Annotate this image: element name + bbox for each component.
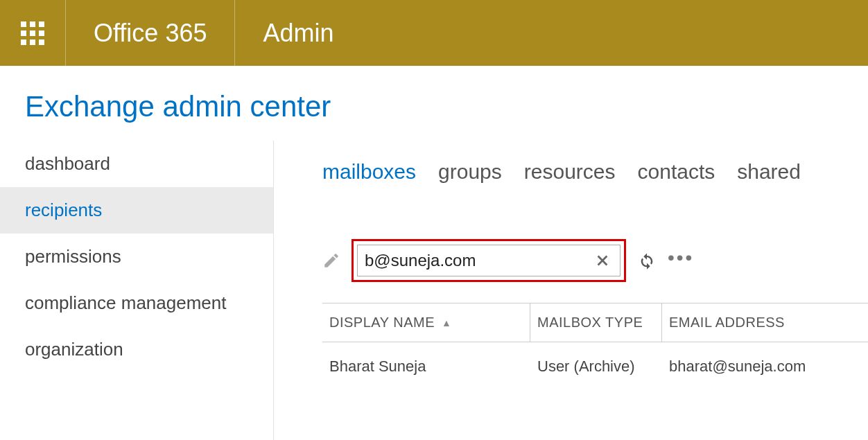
sidebar-item-permissions[interactable]: permissions [0,234,273,280]
table-header: DISPLAY NAME ▲ MAILBOX TYPE EMAIL ADDRES… [322,303,868,342]
sidebar-item-recipients[interactable]: recipients [0,187,273,234]
sidebar: dashboard recipients permissions complia… [0,141,274,440]
clear-search-icon[interactable] [592,253,613,268]
column-mailbox-type[interactable]: MAILBOX TYPE [530,303,662,342]
column-email-address[interactable]: EMAIL ADDRESS [662,303,868,342]
more-icon[interactable]: ••• [668,247,694,274]
tab-contacts[interactable]: contacts [638,160,715,184]
column-label: EMAIL ADDRESS [669,315,785,331]
app-launcher-button[interactable] [0,0,66,66]
cell-email: bharat@suneja.com [662,342,868,391]
cell-display-name: Bharat Suneja [322,342,530,391]
refresh-icon[interactable] [637,251,657,270]
mailbox-table: DISPLAY NAME ▲ MAILBOX TYPE EMAIL ADDRES… [322,303,868,391]
page-title: Exchange admin center [0,66,868,141]
sidebar-item-compliance[interactable]: compliance management [0,280,273,326]
sort-asc-icon: ▲ [442,317,451,328]
search-input[interactable] [365,251,592,270]
column-label: MAILBOX TYPE [537,315,643,331]
tab-mailboxes[interactable]: mailboxes [322,160,416,184]
tab-groups[interactable]: groups [438,160,502,184]
main-content: mailboxes groups resources contacts shar… [274,141,868,440]
sidebar-item-dashboard[interactable]: dashboard [0,141,273,187]
tab-resources[interactable]: resources [524,160,616,184]
tab-bar: mailboxes groups resources contacts shar… [322,160,868,184]
tab-shared[interactable]: shared [737,160,801,184]
column-display-name[interactable]: DISPLAY NAME ▲ [322,303,530,342]
brand-label: Office 365 [66,0,235,66]
app-header: Office 365 Admin [0,0,868,66]
search-box [357,245,620,276]
sidebar-item-organization[interactable]: organization [0,326,273,373]
waffle-icon [21,21,44,45]
search-highlight [351,239,626,282]
edit-icon[interactable] [322,252,340,270]
table-row[interactable]: Bharat Suneja User (Archive) bharat@sune… [322,342,868,391]
cell-mailbox-type: User (Archive) [530,342,662,391]
toolbar: ••• [322,239,868,282]
section-label: Admin [235,19,361,48]
column-label: DISPLAY NAME [329,315,435,331]
